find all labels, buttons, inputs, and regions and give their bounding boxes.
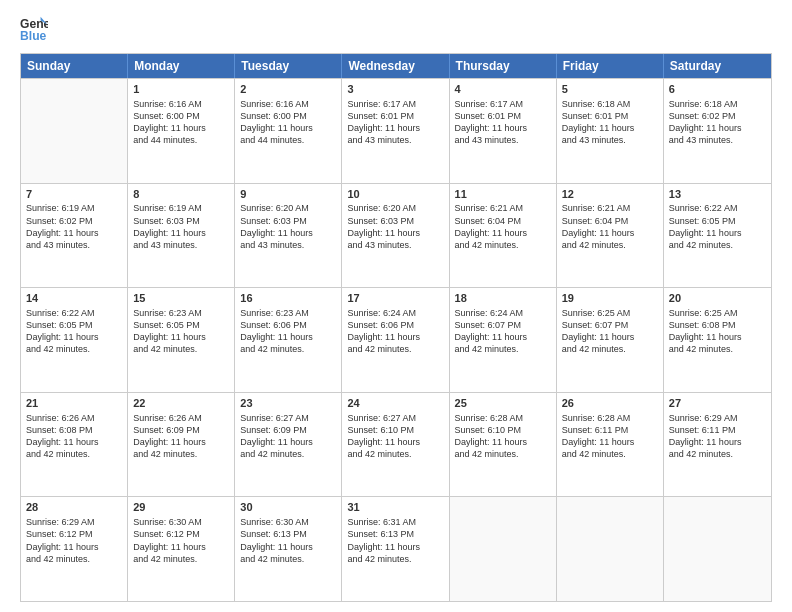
cell-day-number: 22 — [133, 396, 229, 411]
cell-info-text: Sunrise: 6:21 AM Sunset: 6:04 PM Dayligh… — [562, 202, 658, 251]
calendar-cell — [450, 497, 557, 601]
cell-day-number: 11 — [455, 187, 551, 202]
cell-day-number: 7 — [26, 187, 122, 202]
cell-day-number: 27 — [669, 396, 766, 411]
cell-info-text: Sunrise: 6:24 AM Sunset: 6:07 PM Dayligh… — [455, 307, 551, 356]
cell-info-text: Sunrise: 6:23 AM Sunset: 6:06 PM Dayligh… — [240, 307, 336, 356]
cell-day-number: 28 — [26, 500, 122, 515]
cell-day-number: 25 — [455, 396, 551, 411]
cell-info-text: Sunrise: 6:29 AM Sunset: 6:11 PM Dayligh… — [669, 412, 766, 461]
calendar-cell: 23Sunrise: 6:27 AM Sunset: 6:09 PM Dayli… — [235, 393, 342, 497]
calendar-cell: 28Sunrise: 6:29 AM Sunset: 6:12 PM Dayli… — [21, 497, 128, 601]
cell-day-number: 16 — [240, 291, 336, 306]
calendar-cell: 8Sunrise: 6:19 AM Sunset: 6:03 PM Daylig… — [128, 184, 235, 288]
cell-info-text: Sunrise: 6:27 AM Sunset: 6:10 PM Dayligh… — [347, 412, 443, 461]
cell-day-number: 9 — [240, 187, 336, 202]
calendar-week-row: 7Sunrise: 6:19 AM Sunset: 6:02 PM Daylig… — [21, 183, 771, 288]
calendar-header-day: Friday — [557, 54, 664, 78]
calendar-week-row: 28Sunrise: 6:29 AM Sunset: 6:12 PM Dayli… — [21, 496, 771, 601]
cell-day-number: 29 — [133, 500, 229, 515]
cell-day-number: 15 — [133, 291, 229, 306]
cell-info-text: Sunrise: 6:21 AM Sunset: 6:04 PM Dayligh… — [455, 202, 551, 251]
cell-day-number: 1 — [133, 82, 229, 97]
calendar-cell: 13Sunrise: 6:22 AM Sunset: 6:05 PM Dayli… — [664, 184, 771, 288]
cell-info-text: Sunrise: 6:28 AM Sunset: 6:11 PM Dayligh… — [562, 412, 658, 461]
calendar-cell: 30Sunrise: 6:30 AM Sunset: 6:13 PM Dayli… — [235, 497, 342, 601]
calendar-header-day: Tuesday — [235, 54, 342, 78]
cell-info-text: Sunrise: 6:31 AM Sunset: 6:13 PM Dayligh… — [347, 516, 443, 565]
calendar-cell: 22Sunrise: 6:26 AM Sunset: 6:09 PM Dayli… — [128, 393, 235, 497]
cell-info-text: Sunrise: 6:28 AM Sunset: 6:10 PM Dayligh… — [455, 412, 551, 461]
cell-info-text: Sunrise: 6:26 AM Sunset: 6:08 PM Dayligh… — [26, 412, 122, 461]
calendar-cell: 14Sunrise: 6:22 AM Sunset: 6:05 PM Dayli… — [21, 288, 128, 392]
cell-info-text: Sunrise: 6:17 AM Sunset: 6:01 PM Dayligh… — [455, 98, 551, 147]
cell-info-text: Sunrise: 6:22 AM Sunset: 6:05 PM Dayligh… — [26, 307, 122, 356]
calendar-header-day: Sunday — [21, 54, 128, 78]
cell-day-number: 30 — [240, 500, 336, 515]
cell-day-number: 26 — [562, 396, 658, 411]
cell-info-text: Sunrise: 6:30 AM Sunset: 6:13 PM Dayligh… — [240, 516, 336, 565]
cell-day-number: 31 — [347, 500, 443, 515]
cell-info-text: Sunrise: 6:16 AM Sunset: 6:00 PM Dayligh… — [240, 98, 336, 147]
cell-day-number: 2 — [240, 82, 336, 97]
cell-info-text: Sunrise: 6:27 AM Sunset: 6:09 PM Dayligh… — [240, 412, 336, 461]
cell-info-text: Sunrise: 6:19 AM Sunset: 6:02 PM Dayligh… — [26, 202, 122, 251]
calendar-week-row: 14Sunrise: 6:22 AM Sunset: 6:05 PM Dayli… — [21, 287, 771, 392]
calendar-cell: 6Sunrise: 6:18 AM Sunset: 6:02 PM Daylig… — [664, 79, 771, 183]
cell-info-text: Sunrise: 6:22 AM Sunset: 6:05 PM Dayligh… — [669, 202, 766, 251]
calendar-cell: 3Sunrise: 6:17 AM Sunset: 6:01 PM Daylig… — [342, 79, 449, 183]
calendar-header: SundayMondayTuesdayWednesdayThursdayFrid… — [21, 54, 771, 78]
cell-day-number: 20 — [669, 291, 766, 306]
calendar-cell: 31Sunrise: 6:31 AM Sunset: 6:13 PM Dayli… — [342, 497, 449, 601]
calendar-cell: 24Sunrise: 6:27 AM Sunset: 6:10 PM Dayli… — [342, 393, 449, 497]
calendar-cell — [557, 497, 664, 601]
calendar-header-day: Monday — [128, 54, 235, 78]
calendar-cell: 7Sunrise: 6:19 AM Sunset: 6:02 PM Daylig… — [21, 184, 128, 288]
cell-info-text: Sunrise: 6:29 AM Sunset: 6:12 PM Dayligh… — [26, 516, 122, 565]
calendar: SundayMondayTuesdayWednesdayThursdayFrid… — [20, 53, 772, 602]
calendar-cell: 19Sunrise: 6:25 AM Sunset: 6:07 PM Dayli… — [557, 288, 664, 392]
cell-info-text: Sunrise: 6:23 AM Sunset: 6:05 PM Dayligh… — [133, 307, 229, 356]
cell-day-number: 13 — [669, 187, 766, 202]
calendar-cell: 5Sunrise: 6:18 AM Sunset: 6:01 PM Daylig… — [557, 79, 664, 183]
calendar-cell — [664, 497, 771, 601]
cell-info-text: Sunrise: 6:20 AM Sunset: 6:03 PM Dayligh… — [347, 202, 443, 251]
calendar-cell: 29Sunrise: 6:30 AM Sunset: 6:12 PM Dayli… — [128, 497, 235, 601]
cell-day-number: 10 — [347, 187, 443, 202]
svg-text:Blue: Blue — [20, 29, 47, 43]
cell-day-number: 5 — [562, 82, 658, 97]
calendar-cell — [21, 79, 128, 183]
calendar-header-day: Wednesday — [342, 54, 449, 78]
cell-info-text: Sunrise: 6:24 AM Sunset: 6:06 PM Dayligh… — [347, 307, 443, 356]
calendar-week-row: 1Sunrise: 6:16 AM Sunset: 6:00 PM Daylig… — [21, 78, 771, 183]
page: General Blue SundayMondayTuesdayWednesda… — [0, 0, 792, 612]
cell-info-text: Sunrise: 6:25 AM Sunset: 6:07 PM Dayligh… — [562, 307, 658, 356]
cell-day-number: 6 — [669, 82, 766, 97]
cell-info-text: Sunrise: 6:26 AM Sunset: 6:09 PM Dayligh… — [133, 412, 229, 461]
cell-info-text: Sunrise: 6:18 AM Sunset: 6:01 PM Dayligh… — [562, 98, 658, 147]
calendar-cell: 27Sunrise: 6:29 AM Sunset: 6:11 PM Dayli… — [664, 393, 771, 497]
calendar-cell: 4Sunrise: 6:17 AM Sunset: 6:01 PM Daylig… — [450, 79, 557, 183]
cell-day-number: 4 — [455, 82, 551, 97]
cell-day-number: 21 — [26, 396, 122, 411]
calendar-cell: 11Sunrise: 6:21 AM Sunset: 6:04 PM Dayli… — [450, 184, 557, 288]
cell-info-text: Sunrise: 6:19 AM Sunset: 6:03 PM Dayligh… — [133, 202, 229, 251]
calendar-cell: 25Sunrise: 6:28 AM Sunset: 6:10 PM Dayli… — [450, 393, 557, 497]
calendar-cell: 17Sunrise: 6:24 AM Sunset: 6:06 PM Dayli… — [342, 288, 449, 392]
cell-day-number: 19 — [562, 291, 658, 306]
cell-day-number: 24 — [347, 396, 443, 411]
calendar-cell: 18Sunrise: 6:24 AM Sunset: 6:07 PM Dayli… — [450, 288, 557, 392]
logo: General Blue — [20, 15, 48, 43]
cell-info-text: Sunrise: 6:18 AM Sunset: 6:02 PM Dayligh… — [669, 98, 766, 147]
calendar-cell: 9Sunrise: 6:20 AM Sunset: 6:03 PM Daylig… — [235, 184, 342, 288]
header: General Blue — [20, 15, 772, 43]
logo-icon: General Blue — [20, 15, 48, 43]
calendar-body: 1Sunrise: 6:16 AM Sunset: 6:00 PM Daylig… — [21, 78, 771, 601]
cell-info-text: Sunrise: 6:25 AM Sunset: 6:08 PM Dayligh… — [669, 307, 766, 356]
cell-day-number: 12 — [562, 187, 658, 202]
calendar-cell: 20Sunrise: 6:25 AM Sunset: 6:08 PM Dayli… — [664, 288, 771, 392]
cell-day-number: 8 — [133, 187, 229, 202]
cell-info-text: Sunrise: 6:20 AM Sunset: 6:03 PM Dayligh… — [240, 202, 336, 251]
calendar-week-row: 21Sunrise: 6:26 AM Sunset: 6:08 PM Dayli… — [21, 392, 771, 497]
cell-day-number: 18 — [455, 291, 551, 306]
